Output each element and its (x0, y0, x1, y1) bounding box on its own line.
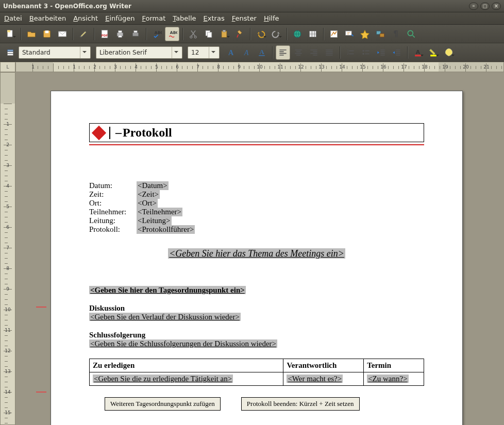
mail-button[interactable] (55, 27, 70, 41)
svg-rect-2 (45, 30, 49, 33)
table-row: Zu erledigen Verantwortlich Termin (90, 359, 424, 372)
increase-indent-button[interactable] (390, 45, 404, 60)
maximize-button[interactable]: ▢ (480, 3, 490, 10)
numbered-list-button[interactable]: 12 (343, 45, 358, 60)
redo-button[interactable] (269, 27, 283, 41)
close-button[interactable]: × (492, 3, 501, 10)
todo-cell-responsible[interactable]: <Wer macht es?> (283, 372, 364, 386)
underline-button[interactable]: A (255, 45, 269, 60)
vertical-ruler[interactable]: 123456789101112131415161718 (0, 72, 15, 425)
font-name-combo[interactable]: Liberation Serif (96, 46, 182, 59)
conclusion-heading[interactable]: Schlussfolgerung (89, 331, 424, 339)
bullet-list-button[interactable] (359, 45, 373, 60)
background-color-button[interactable] (442, 45, 456, 60)
menu-fenster[interactable]: Fenster (232, 14, 257, 22)
agenda-heading[interactable]: <Geben Sie hier den Tagesordnungspunkt e… (89, 286, 424, 295)
menu-bearbeiten[interactable]: Bearbeiten (29, 14, 66, 22)
theme-placeholder-line[interactable]: <Geben Sie hier das Thema des Meetings e… (89, 248, 424, 259)
spellcheck-button[interactable]: ABC (149, 27, 164, 41)
save-button[interactable] (40, 27, 54, 41)
copy-button[interactable] (201, 27, 216, 41)
print-button[interactable] (113, 27, 127, 41)
align-right-button[interactable] (307, 45, 321, 60)
print-preview-button[interactable] (128, 27, 143, 41)
svg-rect-9 (132, 32, 139, 36)
zoom-button[interactable] (404, 27, 418, 41)
todo-col-responsible[interactable]: Verantwortlich (283, 359, 364, 372)
meta-row[interactable]: Leitung:<Leitung> (89, 216, 424, 225)
styles-button[interactable] (3, 45, 18, 60)
meta-table[interactable]: Datum:<Datum>Zeit:<Zeit>Ort:<Ort>Teilneh… (89, 181, 424, 234)
todo-col-task[interactable]: Zu erledigen (90, 359, 283, 372)
discussion-body[interactable]: <Geben Sie den Verlauf der Diskussion wi… (89, 313, 424, 321)
align-justify-button[interactable] (322, 45, 337, 60)
todo-col-deadline[interactable]: Termin (364, 359, 424, 372)
meta-row[interactable]: Zeit:<Zeit> (89, 190, 424, 199)
discussion-heading[interactable]: Diskussion (89, 304, 424, 313)
document-title-block[interactable]: – Protokoll (89, 123, 424, 142)
menu-hilfe[interactable]: Hilfe (264, 14, 279, 22)
highlight-color-button[interactable] (426, 45, 441, 60)
font-size-combo[interactable]: 12 (188, 46, 220, 59)
hyperlink-button[interactable] (290, 27, 305, 41)
menu-extras[interactable]: Extras (204, 14, 225, 22)
paragraph-style-combo[interactable]: Standard (19, 46, 91, 59)
align-left-button[interactable] (276, 45, 290, 60)
show-draw-functions-button[interactable] (327, 27, 341, 41)
nonprinting-chars-button[interactable]: ¶ (389, 27, 403, 41)
todo-table[interactable]: Zu erledigen Verantwortlich Termin <Gebe… (89, 359, 424, 386)
menu-einfügen[interactable]: Einfügen (105, 14, 135, 22)
meta-row[interactable]: Ort:<Ort> (89, 199, 424, 208)
page-content[interactable]: – Protokoll Datum:<Datum>Zeit:<Zeit>Ort:… (89, 123, 424, 411)
font-color-button[interactable]: A (411, 45, 425, 60)
meta-value[interactable]: <Leitung> (137, 216, 172, 225)
chevron-down-icon (172, 47, 180, 58)
open-button[interactable] (24, 27, 39, 41)
menu-ansicht[interactable]: Ansicht (73, 14, 98, 22)
todo-cell-deadline[interactable]: <Zu wann?> (364, 372, 424, 386)
meta-row[interactable]: Teilnehmer:<Teilnehmer> (89, 208, 424, 216)
undo-button[interactable] (254, 27, 268, 41)
conclusion-body[interactable]: <Geben Sie die Schlussfolgerungen der Di… (89, 339, 424, 348)
meta-value[interactable]: <Ort> (137, 199, 158, 208)
bold-button[interactable]: A (224, 45, 238, 60)
conclusion-placeholder[interactable]: <Geben Sie die Schlussfolgerungen der Di… (89, 339, 277, 348)
format-paintbrush-button[interactable] (232, 27, 247, 41)
menu-tabelle[interactable]: Tabelle (173, 14, 196, 22)
new-document-button[interactable] (3, 27, 18, 41)
workspace: L 112345678910111213141516171819202122 1… (0, 62, 504, 425)
meta-value[interactable]: <Protokollführer> (137, 225, 195, 234)
meta-value[interactable]: <Datum> (137, 181, 169, 190)
agenda-placeholder[interactable]: <Geben Sie hier den Tagesordnungspunkt e… (89, 286, 246, 294)
menu-datei[interactable]: Datei (4, 14, 22, 22)
gallery-button[interactable] (373, 27, 388, 41)
add-agenda-button[interactable]: Weiteren Tagesordnungspunkt zufügen (105, 397, 221, 411)
heading-text: Protokoll (123, 126, 172, 140)
decrease-indent-button[interactable] (374, 45, 389, 60)
navigator-button[interactable] (358, 27, 372, 41)
meta-row[interactable]: Protokoll:<Protokollführer> (89, 225, 424, 234)
menu-format[interactable]: Format (142, 14, 166, 22)
document-area[interactable]: – Protokoll Datum:<Datum>Zeit:<Zeit>Ort:… (15, 72, 504, 425)
meta-value[interactable]: <Zeit> (137, 190, 160, 199)
meta-value[interactable]: <Teilnehmer> (137, 208, 182, 216)
svg-rect-24 (380, 33, 384, 37)
auto-spellcheck-button[interactable]: ABC (165, 27, 179, 41)
align-center-button[interactable] (291, 45, 306, 60)
todo-cell-task[interactable]: <Geben Sie die zu erledigende Tätigkeit … (90, 372, 283, 386)
cut-button[interactable] (186, 27, 200, 41)
find-replace-button[interactable] (342, 27, 357, 41)
export-pdf-button[interactable]: PDF (97, 27, 112, 41)
paste-button[interactable] (217, 27, 231, 41)
meta-row[interactable]: Datum:<Datum> (89, 181, 424, 190)
theme-placeholder[interactable]: <Geben Sie hier das Thema des Meetings e… (168, 248, 345, 259)
svg-text:¶: ¶ (393, 29, 398, 39)
page[interactable]: – Protokoll Datum:<Datum>Zeit:<Zeit>Ort:… (51, 91, 463, 425)
finish-protocol-button[interactable]: Protokoll beenden: Kürzel + Zeit setzen (241, 397, 360, 411)
discussion-placeholder[interactable]: <Geben Sie den Verlauf der Diskussion wi… (89, 313, 241, 321)
edit-button[interactable] (76, 27, 91, 41)
table-button[interactable] (306, 27, 320, 41)
horizontal-ruler[interactable]: 112345678910111213141516171819202122 (15, 62, 504, 72)
italic-button[interactable]: A (239, 45, 254, 60)
minimize-button[interactable]: – (469, 3, 478, 10)
